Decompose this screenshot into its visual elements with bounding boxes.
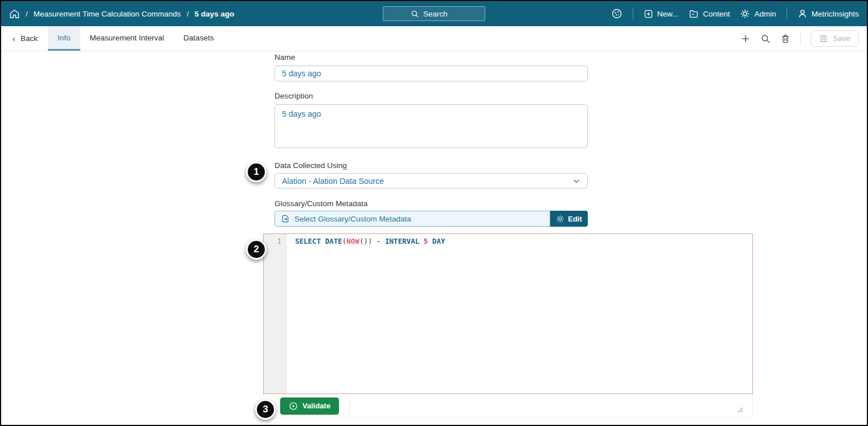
search-icon — [411, 10, 419, 18]
validate-label: Validate — [302, 402, 330, 410]
glossary-metadata-label: Glossary/Custom Metadata — [275, 199, 368, 208]
editor-footer: Validate — [263, 394, 753, 418]
add-icon[interactable] — [740, 34, 751, 44]
sql-token-operator: - — [372, 237, 385, 245]
data-collected-using-select[interactable]: Alation - Alation Data Source — [275, 173, 588, 189]
description-textarea[interactable] — [275, 104, 588, 148]
back-button[interactable]: ‹ Back — [1, 26, 48, 51]
edit-label: Edit — [568, 215, 582, 223]
page-toolbar: ‹ Back Info Measurement Interval Dataset… — [1, 26, 867, 51]
breadcrumb-separator: / — [187, 10, 189, 18]
sql-token-keyword: SELECT — [295, 237, 325, 245]
tab-info[interactable]: Info — [48, 26, 80, 51]
new-menu-label: New... — [657, 10, 679, 18]
annotation-badge-2: 2 — [246, 239, 267, 260]
search-input[interactable] — [423, 10, 457, 18]
breadcrumb-current: 5 days ago — [194, 10, 234, 18]
footer-divider — [349, 398, 350, 414]
chevron-left-icon: ‹ — [13, 34, 15, 43]
back-label: Back — [21, 34, 38, 43]
gear-icon — [740, 9, 750, 19]
description-label: Description — [275, 92, 313, 100]
line-number: 1 — [264, 237, 281, 245]
annotation-badge-3: 3 — [255, 399, 276, 420]
content-menu-label: Content — [703, 10, 730, 18]
save-button[interactable]: Save — [810, 30, 859, 47]
user-menu-button[interactable]: MetricInsights — [797, 9, 859, 19]
toolbar-actions: Save — [740, 26, 867, 51]
tab-datasets[interactable]: Datasets — [174, 26, 223, 51]
top-header-bar: / Measurement Time Calculation Commands … — [1, 1, 867, 26]
save-icon — [819, 34, 828, 43]
home-icon[interactable] — [9, 9, 20, 19]
gear-icon — [556, 215, 564, 223]
document-arrow-icon — [281, 214, 290, 223]
app-window: / Measurement Time Calculation Commands … — [0, 0, 868, 426]
new-plus-icon — [644, 9, 653, 19]
save-label: Save — [833, 34, 850, 43]
name-label: Name — [275, 53, 295, 62]
annotation-badge-1: 1 — [246, 162, 267, 182]
editor-gutter: 1 — [264, 234, 286, 394]
tab-measurement-interval[interactable]: Measurement Interval — [80, 26, 174, 51]
sql-command-editor[interactable]: 1 SELECT DATE(NOW()) - INTERVAL 5 DAY — [263, 234, 753, 394]
breadcrumb-separator: / — [26, 10, 28, 18]
header-divider — [787, 8, 787, 19]
user-icon — [797, 9, 808, 19]
resize-handle-icon[interactable] — [736, 405, 743, 413]
header-actions: New... Content — [611, 1, 859, 26]
trash-icon[interactable] — [780, 34, 791, 44]
breadcrumb: / Measurement Time Calculation Commands … — [1, 9, 234, 19]
admin-menu-button[interactable]: Admin — [740, 9, 776, 19]
data-collected-using-label: Data Collected Using — [275, 161, 347, 170]
sql-token-keyword: DATE — [325, 237, 342, 245]
header-divider — [633, 8, 633, 19]
glossary-metadata-select[interactable]: Select Glossary/Custom Metadata — [275, 211, 550, 227]
search-icon[interactable] — [760, 34, 771, 44]
new-menu-button[interactable]: New... — [644, 9, 679, 19]
play-circle-icon — [289, 402, 298, 411]
sql-code-line: SELECT DATE(NOW()) - INTERVAL 5 DAY — [295, 237, 752, 245]
validate-button[interactable]: Validate — [280, 398, 339, 415]
toolbar-divider — [800, 32, 801, 45]
name-input[interactable] — [275, 65, 588, 81]
chevron-down-icon — [572, 177, 580, 185]
admin-menu-label: Admin — [754, 10, 776, 18]
breadcrumb-section[interactable]: Measurement Time Calculation Commands — [34, 10, 181, 18]
tab-bar: Info Measurement Interval Datasets — [48, 26, 223, 51]
content-menu-button[interactable]: Content — [689, 9, 730, 19]
content-folder-icon — [689, 9, 699, 19]
glossary-metadata-placeholder: Select Glossary/Custom Metadata — [294, 215, 411, 223]
sql-token-keyword: DAY — [428, 237, 445, 245]
discover-icon[interactable] — [611, 8, 623, 19]
editor-code-area[interactable]: SELECT DATE(NOW()) - INTERVAL 5 DAY — [286, 234, 752, 394]
data-collected-using-value: Alation - Alation Data Source — [282, 177, 384, 186]
glossary-metadata-row: Select Glossary/Custom Metadata Edit — [275, 211, 588, 227]
sql-token-bracket: ()) — [359, 237, 372, 245]
sql-token-function: NOW — [346, 237, 359, 245]
glossary-edit-button[interactable]: Edit — [550, 211, 588, 227]
global-search[interactable] — [383, 6, 485, 21]
sql-token-keyword: INTERVAL — [385, 237, 424, 245]
user-menu-label: MetricInsights — [812, 10, 859, 18]
